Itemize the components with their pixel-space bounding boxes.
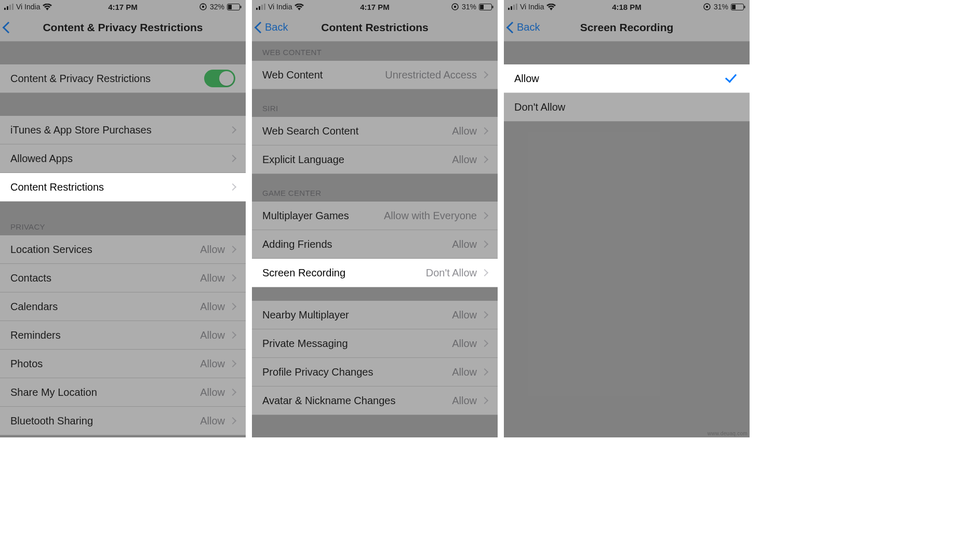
content-restrictions-row[interactable]: Content Restrictions — [0, 173, 246, 202]
web-search-content-row[interactable]: Web Search Content Allow — [252, 117, 498, 145]
contacts-row[interactable]: Contacts Allow — [0, 264, 246, 292]
calendars-row[interactable]: Calendars Allow — [0, 292, 246, 321]
screenshot-2: Vi India 4:17 PM 31% Back Content Restri… — [252, 0, 498, 437]
row-label: Explicit Language — [262, 154, 452, 166]
privacy-header: PRIVACY — [0, 202, 246, 235]
game-center-header: GAME CENTER — [252, 174, 498, 202]
row-label: Screen Recording — [262, 267, 426, 279]
screenshot-1: Vi India 4:17 PM 32% Content & Privacy R… — [0, 0, 246, 437]
nav-bar: Back Content Restrictions — [252, 14, 498, 42]
chevron-right-icon — [229, 303, 236, 310]
row-label: Calendars — [10, 301, 200, 313]
row-value: Allow — [452, 238, 477, 250]
nearby-multiplayer-row[interactable]: Nearby Multiplayer Allow — [252, 301, 498, 329]
reminders-row[interactable]: Reminders Allow — [0, 321, 246, 350]
chevron-back-icon — [256, 21, 263, 34]
private-messaging-row[interactable]: Private Messaging Allow — [252, 329, 498, 358]
chevron-right-icon — [229, 360, 236, 367]
profile-privacy-row[interactable]: Profile Privacy Changes Allow — [252, 358, 498, 386]
row-label: Allowed Apps — [10, 153, 230, 165]
back-button[interactable] — [4, 21, 11, 34]
page-title: Screen Recording — [504, 21, 750, 34]
nav-bar: Back Screen Recording — [504, 14, 750, 42]
chevron-right-icon — [481, 241, 488, 248]
nav-bar: Content & Privacy Restrictions — [0, 14, 246, 42]
row-label: Allow — [514, 73, 726, 85]
row-value: Allow — [452, 338, 477, 350]
row-value: Allow — [200, 301, 225, 313]
chevron-right-icon — [481, 71, 488, 78]
row-value: Allow — [200, 358, 225, 370]
back-button[interactable]: Back — [508, 21, 540, 34]
back-label: Back — [517, 21, 540, 33]
photos-row[interactable]: Photos Allow — [0, 350, 246, 378]
row-label: Web Content — [262, 69, 385, 81]
chevron-right-icon — [481, 311, 488, 318]
row-value: Allow — [200, 244, 225, 256]
row-value: Don't Allow — [426, 267, 477, 279]
bluetooth-sharing-row[interactable]: Bluetooth Sharing Allow — [0, 407, 246, 435]
row-label: Share My Location — [10, 386, 200, 398]
row-value: Allow — [452, 154, 477, 166]
screen-recording-row[interactable]: Screen Recording Don't Allow — [252, 259, 498, 287]
row-label: Reminders — [10, 329, 200, 341]
explicit-language-row[interactable]: Explicit Language Allow — [252, 145, 498, 174]
page-title: Content Restrictions — [252, 21, 498, 34]
row-value: Allow — [452, 395, 477, 407]
chevron-right-icon — [481, 340, 488, 347]
chevron-right-icon — [229, 155, 236, 162]
web-content-header: WEB CONTENT — [252, 42, 498, 61]
chevron-right-icon — [481, 397, 488, 404]
row-label: Nearby Multiplayer — [262, 309, 452, 321]
checkmark-icon — [725, 71, 737, 83]
back-button[interactable]: Back — [256, 21, 288, 34]
adding-friends-row[interactable]: Adding Friends Allow — [252, 230, 498, 259]
toggle-switch[interactable] — [204, 70, 235, 87]
location-services-row[interactable]: Location Services Allow — [0, 235, 246, 264]
itunes-purchases-row[interactable]: iTunes & App Store Purchases — [0, 116, 246, 144]
chevron-right-icon — [481, 156, 488, 163]
status-bar: Vi India 4:18 PM 31% — [504, 0, 750, 14]
status-bar: Vi India 4:17 PM 32% — [0, 0, 246, 14]
chevron-back-icon — [4, 21, 11, 34]
row-label: Avatar & Nickname Changes — [262, 395, 452, 407]
row-value: Allow — [200, 386, 225, 398]
chevron-right-icon — [229, 183, 236, 191]
row-value: Allow with Everyone — [384, 210, 477, 222]
chevron-right-icon — [229, 246, 236, 253]
clock: 4:17 PM — [252, 3, 498, 11]
page-title: Content & Privacy Restrictions — [0, 21, 246, 34]
content-privacy-toggle-row[interactable]: Content & Privacy Restrictions — [0, 64, 246, 93]
chevron-right-icon — [481, 269, 488, 276]
share-location-row[interactable]: Share My Location Allow — [0, 378, 246, 407]
row-label: Private Messaging — [262, 338, 452, 350]
row-label: Content Restrictions — [10, 181, 230, 193]
avatar-nickname-row[interactable]: Avatar & Nickname Changes Allow — [252, 386, 498, 415]
row-label: Multiplayer Games — [262, 210, 384, 222]
row-label: Profile Privacy Changes — [262, 366, 452, 378]
row-label: Content & Privacy Restrictions — [10, 73, 204, 85]
chevron-right-icon — [481, 127, 488, 135]
row-label: Location Services — [10, 244, 200, 256]
row-label: Don't Allow — [514, 101, 739, 113]
chevron-right-icon — [229, 389, 236, 396]
chevron-right-icon — [481, 212, 488, 219]
dont-allow-option-row[interactable]: Don't Allow — [504, 93, 750, 122]
row-value: Allow — [452, 125, 477, 137]
row-label: Contacts — [10, 272, 200, 284]
web-content-row[interactable]: Web Content Unrestricted Access — [252, 61, 498, 89]
row-value: Allow — [452, 366, 477, 378]
row-label: Web Search Content — [262, 125, 452, 137]
back-label: Back — [265, 21, 288, 33]
multiplayer-games-row[interactable]: Multiplayer Games Allow with Everyone — [252, 202, 498, 230]
row-label: iTunes & App Store Purchases — [10, 124, 230, 136]
allow-option-row[interactable]: Allow — [504, 64, 750, 93]
chevron-back-icon — [508, 21, 515, 34]
row-value: Unrestricted Access — [385, 69, 477, 81]
clock: 4:18 PM — [504, 3, 750, 11]
allowed-apps-row[interactable]: Allowed Apps — [0, 144, 246, 173]
row-value: Allow — [452, 309, 477, 321]
chevron-right-icon — [229, 274, 236, 282]
chevron-right-icon — [229, 417, 236, 424]
chevron-right-icon — [229, 331, 236, 339]
